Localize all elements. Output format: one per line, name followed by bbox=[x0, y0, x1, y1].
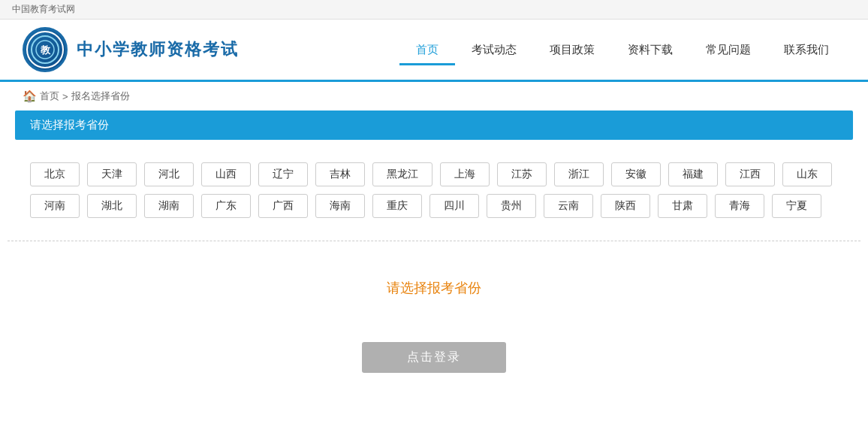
top-bar-label: 中国教育考试网 bbox=[12, 4, 75, 14]
nav-news[interactable]: 考试动态 bbox=[455, 37, 533, 65]
province-btn-安徽[interactable]: 安徽 bbox=[611, 162, 661, 186]
province-btn-河北[interactable]: 河北 bbox=[144, 162, 194, 186]
site-title: 中小学教师资格考试 bbox=[77, 38, 239, 61]
province-btn-甘肃[interactable]: 甘肃 bbox=[658, 194, 707, 218]
bottom-area: 请选择报考省份 点击登录 bbox=[0, 241, 868, 388]
province-btn-黑龙江[interactable]: 黑龙江 bbox=[372, 162, 432, 186]
svg-text:教: 教 bbox=[40, 44, 51, 56]
province-btn-湖北[interactable]: 湖北 bbox=[87, 194, 137, 218]
province-btn-江西[interactable]: 江西 bbox=[725, 162, 775, 186]
province-btn-福建[interactable]: 福建 bbox=[668, 162, 718, 186]
province-btn-山西[interactable]: 山西 bbox=[201, 162, 251, 186]
province-btn-重庆[interactable]: 重庆 bbox=[372, 194, 422, 218]
province-btn-青海[interactable]: 青海 bbox=[715, 194, 764, 218]
province-btn-天津[interactable]: 天津 bbox=[87, 162, 137, 186]
province-section: 北京天津河北山西辽宁吉林黑龙江上海江苏浙江安徽福建江西山东 河南湖北湖南广东广西… bbox=[8, 155, 860, 241]
logo-area: 教 中小学教师资格考试 bbox=[23, 27, 239, 72]
province-btn-广西[interactable]: 广西 bbox=[258, 194, 308, 218]
nav-home[interactable]: 首页 bbox=[399, 37, 455, 65]
province-row-1: 北京天津河北山西辽宁吉林黑龙江上海江苏浙江安徽福建江西山东 bbox=[30, 162, 838, 186]
logo-image: 教 bbox=[26, 31, 64, 68]
province-btn-宁夏[interactable]: 宁夏 bbox=[772, 194, 821, 218]
login-button[interactable]: 点击登录 bbox=[362, 342, 506, 373]
nav-contact[interactable]: 联系我们 bbox=[767, 37, 845, 65]
header: 教 中小学教师资格考试 首页 考试动态 项目政策 资料下载 常见问题 联系我们 bbox=[0, 20, 868, 82]
breadcrumb-home[interactable]: 首页 bbox=[40, 89, 59, 103]
province-btn-湖南[interactable]: 湖南 bbox=[144, 194, 194, 218]
province-btn-海南[interactable]: 海南 bbox=[315, 194, 365, 218]
nav-download[interactable]: 资料下载 bbox=[611, 37, 689, 65]
breadcrumb-separator: > bbox=[62, 91, 68, 102]
breadcrumb: 🏠 首页 > 报名选择省份 bbox=[0, 82, 868, 111]
province-btn-云南[interactable]: 云南 bbox=[544, 194, 593, 218]
province-btn-广东[interactable]: 广东 bbox=[201, 194, 251, 218]
province-btn-江苏[interactable]: 江苏 bbox=[497, 162, 547, 186]
breadcrumb-current: 报名选择省份 bbox=[71, 89, 130, 103]
section-title: 请选择报考省份 bbox=[30, 118, 109, 131]
province-btn-上海[interactable]: 上海 bbox=[440, 162, 490, 186]
section-header: 请选择报考省份 bbox=[15, 111, 853, 140]
province-btn-河南[interactable]: 河南 bbox=[30, 194, 80, 218]
main-nav: 首页 考试动态 项目政策 资料下载 常见问题 联系我们 bbox=[399, 37, 845, 63]
province-btn-四川[interactable]: 四川 bbox=[429, 194, 479, 218]
province-btn-辽宁[interactable]: 辽宁 bbox=[258, 162, 308, 186]
hint-text: 请选择报考省份 bbox=[15, 279, 853, 297]
nav-policy[interactable]: 项目政策 bbox=[533, 37, 611, 65]
province-btn-吉林[interactable]: 吉林 bbox=[315, 162, 365, 186]
province-btn-北京[interactable]: 北京 bbox=[30, 162, 80, 186]
province-btn-山东[interactable]: 山东 bbox=[782, 162, 832, 186]
province-btn-贵州[interactable]: 贵州 bbox=[487, 194, 536, 218]
province-btn-浙江[interactable]: 浙江 bbox=[554, 162, 604, 186]
province-btn-陕西[interactable]: 陕西 bbox=[601, 194, 650, 218]
top-bar: 中国教育考试网 bbox=[0, 0, 868, 20]
province-row-2: 河南湖北湖南广东广西海南重庆四川贵州云南陕西甘肃青海宁夏 bbox=[30, 194, 838, 218]
nav-faq[interactable]: 常见问题 bbox=[689, 37, 767, 65]
logo-circle: 教 bbox=[23, 27, 68, 72]
home-icon: 🏠 bbox=[23, 89, 37, 103]
